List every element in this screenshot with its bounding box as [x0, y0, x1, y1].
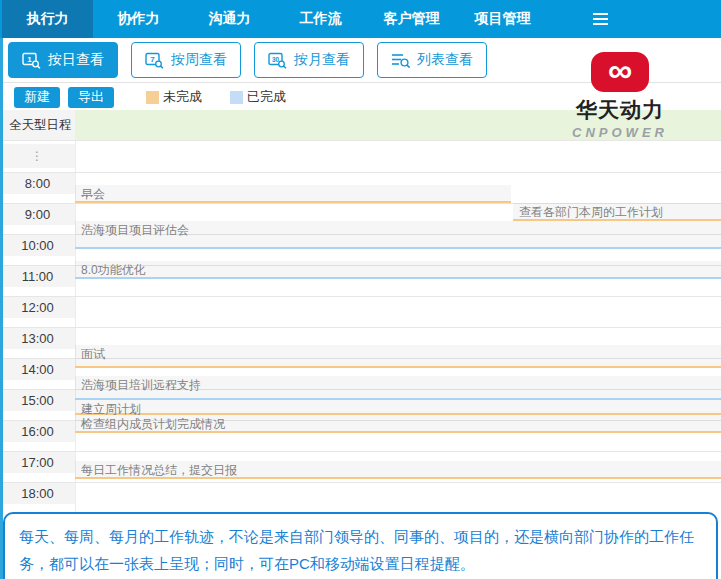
pending-label: 未完成	[163, 88, 202, 106]
event-morning-meeting[interactable]: 早会 ...	[75, 185, 511, 203]
app-window: 执行力 协作力 沟通力 工作流 客户管理 项目管理 1 按日查看 7 按	[0, 0, 721, 579]
tab-execution[interactable]: 执行力	[2, 0, 93, 38]
time-label: 14:00	[0, 358, 75, 380]
time-label: 18:00	[0, 482, 75, 504]
gridline	[0, 451, 721, 452]
gridline	[0, 172, 721, 173]
done-color-swatch	[230, 91, 243, 104]
infinity-logo-icon: ∞	[591, 52, 649, 92]
gridline	[0, 296, 721, 297]
allday-row-label: 全天型日程	[0, 110, 75, 140]
gridline	[0, 140, 721, 141]
tab-workflow[interactable]: 工作流	[275, 0, 366, 38]
feature-description-box: 每天、每周、每月的工作轨迹，不论是来自部门领导的、同事的、项目的，还是横向部门协…	[3, 512, 718, 579]
svg-text:7: 7	[150, 55, 155, 64]
day-view-label: 按日查看	[48, 51, 104, 69]
event-check-team-plan-completion[interactable]: 检查组内成员计划完成情况	[75, 415, 721, 433]
time-label: 17:00	[0, 451, 75, 473]
left-accent-strip	[0, 38, 3, 579]
pending-color-swatch	[146, 91, 159, 104]
time-label: 15:00	[0, 389, 75, 411]
time-label: 13:00	[0, 327, 75, 349]
gridline	[0, 482, 721, 483]
event-daily-summary-report[interactable]: 每日工作情况总结，提交日报	[75, 461, 721, 479]
week-view-button[interactable]: 7 按周查看	[131, 42, 241, 78]
event-review-weekly-plans[interactable]: 查看各部门本周的工作计划	[513, 203, 721, 221]
time-label: 16:00	[0, 420, 75, 442]
week-view-calendar-search-icon: 7	[145, 52, 165, 69]
month-view-label: 按月查看	[294, 51, 350, 69]
list-view-search-icon	[391, 52, 411, 69]
time-label: 9:00	[0, 203, 75, 225]
event-haohai-training-remote-support[interactable]: 浩海项目培训远程支持	[75, 376, 721, 400]
tab-communication[interactable]: 沟通力	[184, 0, 275, 38]
done-label: 已完成	[247, 88, 286, 106]
svg-text:30: 30	[272, 55, 280, 62]
legend-done: 已完成	[230, 88, 286, 106]
event-80-feature-optimization[interactable]: 8.0功能优化	[75, 261, 721, 279]
svg-text:1: 1	[27, 55, 32, 64]
event-haohai-project-evaluation[interactable]: 浩海项目项目评估会	[75, 221, 721, 249]
time-label: 10:00	[0, 234, 75, 256]
collapsed-hours-indicator[interactable]: ⋮	[0, 144, 75, 168]
gridline	[0, 327, 721, 328]
export-button[interactable]: 导出	[68, 87, 114, 108]
time-label: 12:00	[0, 296, 75, 318]
month-view-button[interactable]: 30 按月查看	[254, 42, 364, 78]
legend-pending: 未完成	[146, 88, 202, 106]
hamburger-icon[interactable]	[593, 13, 608, 25]
event-interview[interactable]: 面试	[75, 345, 721, 368]
day-view-button[interactable]: 1 按日查看	[8, 42, 118, 78]
top-navbar: 执行力 协作力 沟通力 工作流 客户管理 项目管理	[0, 0, 721, 38]
time-label: 11:00	[0, 265, 75, 287]
more-icon[interactable]: ...	[81, 186, 503, 201]
event-build-weekly-plan[interactable]: 建立周计划	[75, 400, 721, 415]
month-view-calendar-search-icon: 30	[268, 52, 288, 69]
day-view-calendar-search-icon: 1	[22, 52, 42, 69]
week-view-label: 按周查看	[171, 51, 227, 69]
brand-subtitle: CNPOWER	[562, 125, 678, 140]
calendar-grid: 全天型日程 ⋮ 8:009:0010:0011:0012:0013:0014:0…	[0, 110, 721, 512]
feature-description-text: 每天、每周、每月的工作轨迹，不论是来自部门领导的、同事的、项目的，还是横向部门协…	[19, 528, 694, 572]
list-view-button[interactable]: 列表查看	[377, 42, 487, 78]
tab-customer-management[interactable]: 客户管理	[366, 0, 457, 38]
brand-name: 华天动力	[562, 96, 678, 124]
tab-collaboration[interactable]: 协作力	[93, 0, 184, 38]
tab-project-management[interactable]: 项目管理	[457, 0, 548, 38]
new-button[interactable]: 新建	[14, 87, 60, 108]
time-label: 8:00	[0, 172, 75, 194]
list-view-label: 列表查看	[417, 51, 473, 69]
brand-logo: ∞ 华天动力 CNPOWER	[562, 52, 678, 140]
